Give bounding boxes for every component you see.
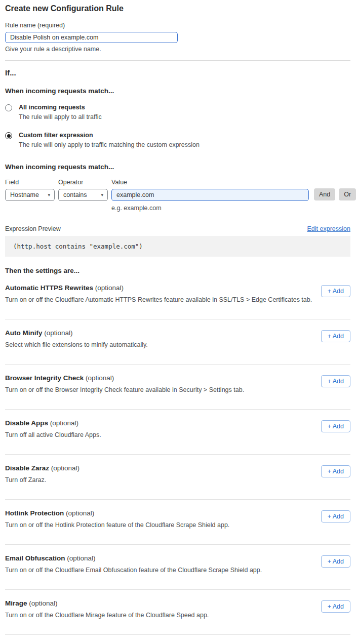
setting-title: Mirage (optional) [5, 599, 209, 607]
setting-description: Select which file extensions to minify a… [5, 341, 148, 348]
radio-description: The rule will only apply to traffic matc… [19, 141, 200, 148]
add-button[interactable]: + Add [321, 555, 350, 568]
setting-description: Turn on or off the Browser Integrity Che… [5, 386, 244, 393]
edit-expression-link[interactable]: Edit expression [307, 225, 350, 232]
field-select-value: Hostname [10, 191, 39, 198]
setting-description: Turn off all active Cloudflare Apps. [5, 431, 101, 438]
value-input[interactable] [111, 189, 309, 201]
caret-down-icon: ▾ [101, 192, 103, 197]
setting-title: Disable Apps (optional) [5, 419, 101, 427]
rule-name-input[interactable] [5, 32, 178, 43]
value-label: Value [111, 179, 309, 186]
value-column: Value e.g. example.com [111, 179, 309, 212]
operator-column: Operator contains ▾ [58, 179, 108, 201]
setting-email-obfuscation: Email Obfuscation (optional) Turn on or … [5, 545, 350, 590]
add-button[interactable]: + Add [321, 375, 350, 387]
expression-preview-label: Expression Preview [5, 225, 61, 232]
add-button[interactable]: + Add [321, 330, 350, 342]
divider [5, 60, 350, 61]
setting-disable-zaraz: Disable Zaraz (optional) Turn off Zaraz.… [5, 455, 350, 500]
radio-custom-filter-expression[interactable]: Custom filter expression The rule will o… [5, 132, 350, 148]
radio-all-incoming-requests[interactable]: All incoming requests The rule will appl… [5, 104, 350, 120]
field-label: Field [5, 179, 55, 186]
setting-opportunistic-encryption: Opportunistic Encryption (optional) Turn… [5, 635, 350, 644]
caret-down-icon: ▾ [48, 192, 50, 197]
setting-title: Automatic HTTPS Rewrites (optional) [5, 284, 312, 292]
radio-button-icon[interactable] [5, 132, 12, 139]
setting-description: Turn on or off the Hotlink Protection fe… [5, 521, 229, 529]
value-help: e.g. example.com [111, 205, 309, 212]
if-heading: If... [5, 68, 350, 77]
expression-preview-code: (http.host contains "example.com") [5, 236, 350, 257]
incoming-requests-match-heading: When incoming requests match... [5, 87, 350, 95]
field-column: Field Hostname ▾ [5, 179, 55, 201]
operator-select[interactable]: contains ▾ [58, 189, 108, 201]
match-type-radio-group: All incoming requests The rule will appl… [5, 104, 350, 148]
setting-hotlink-protection: Hotlink Protection (optional) Turn on or… [5, 500, 350, 545]
expression-preview-row: Expression Preview Edit expression [5, 225, 350, 232]
add-button[interactable]: + Add [321, 465, 350, 477]
radio-label: All incoming requests [19, 104, 102, 111]
rule-name-group: Rule name (required) Give your rule a de… [5, 22, 350, 53]
add-button[interactable]: + Add [321, 420, 350, 432]
add-button[interactable]: + Add [321, 285, 350, 297]
setting-disable-apps: Disable Apps (optional) Turn off all act… [5, 410, 350, 455]
setting-title: Auto Minify (optional) [5, 329, 148, 337]
setting-title: Email Obfuscation (optional) [5, 554, 262, 562]
rule-name-label: Rule name (required) [5, 22, 350, 29]
field-select[interactable]: Hostname ▾ [5, 189, 55, 201]
setting-title: Browser Integrity Check (optional) [5, 374, 244, 382]
setting-auto-minify: Auto Minify (optional) Select which file… [5, 319, 350, 365]
setting-automatic-https-rewrites: Automatic HTTPS Rewrites (optional) Turn… [5, 274, 350, 319]
expression-builder-heading: When incoming requests match... [5, 163, 350, 171]
radio-label: Custom filter expression [19, 132, 200, 139]
setting-description: Turn on or off the Cloudflare Mirage fea… [5, 612, 209, 619]
expression-builder-row: Field Hostname ▾ Operator contains ▾ Val… [5, 179, 350, 212]
radio-button-icon[interactable] [5, 104, 12, 111]
rule-name-help: Give your rule a descriptive name. [5, 46, 350, 53]
setting-description: Turn on or off the Cloudflare Automatic … [5, 296, 312, 303]
operator-select-value: contains [63, 191, 87, 198]
setting-description: Turn on or off the Cloudflare Email Obfu… [5, 567, 262, 574]
add-button[interactable]: + Add [321, 510, 350, 522]
create-configuration-rule-page: Create new Configuration Rule Rule name … [0, 0, 357, 644]
setting-browser-integrity-check: Browser Integrity Check (optional) Turn … [5, 365, 350, 410]
setting-description: Turn off Zaraz. [5, 476, 80, 484]
and-button[interactable]: And [314, 188, 335, 200]
page-title: Create new Configuration Rule [5, 4, 350, 13]
operator-label: Operator [58, 179, 108, 186]
setting-mirage: Mirage (optional) Turn on or off the Clo… [5, 590, 350, 635]
or-button[interactable]: Or [339, 188, 356, 200]
add-button[interactable]: + Add [321, 600, 350, 613]
setting-title: Disable Zaraz (optional) [5, 464, 80, 472]
radio-description: The rule will apply to all traffic [19, 113, 102, 120]
setting-title: Hotlink Protection (optional) [5, 509, 229, 517]
then-settings-heading: Then the settings are... [5, 267, 350, 274]
